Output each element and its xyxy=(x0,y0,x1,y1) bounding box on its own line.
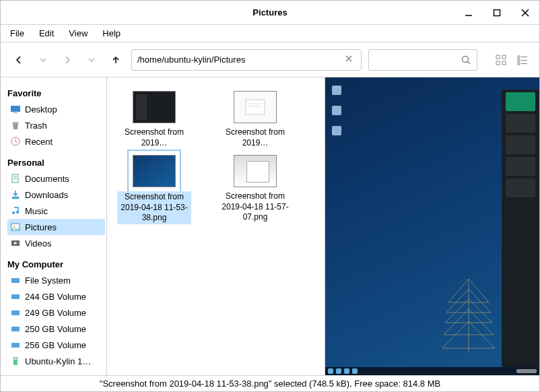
preview-side-panel xyxy=(502,90,539,367)
sidebar-item-label: Music xyxy=(25,206,48,216)
search-input[interactable] xyxy=(368,49,477,71)
file-label: Screenshot from 2019-04-18 11-53-38.png xyxy=(117,191,191,224)
toolbar xyxy=(1,42,539,77)
sidebar-item-music[interactable]: Music xyxy=(7,203,105,219)
svg-rect-14 xyxy=(518,59,520,61)
svg-point-6 xyxy=(463,56,469,62)
sidebar-item-trash[interactable]: Trash xyxy=(7,117,105,133)
svg-rect-37 xyxy=(14,358,17,360)
svg-rect-32 xyxy=(11,294,20,299)
drive-icon xyxy=(10,339,21,350)
status-bar: "Screenshot from 2019-04-18 11-53-38.png… xyxy=(1,375,539,391)
sidebar-item-label: Trash xyxy=(25,121,47,131)
drive-icon xyxy=(10,323,21,334)
sidebar-item-label: Ubuntu-Kylin 1… xyxy=(25,356,91,366)
svg-rect-19 xyxy=(13,112,18,113)
status-text: "Screenshot from 2019-04-18 11-53-38.png… xyxy=(100,379,440,389)
svg-rect-33 xyxy=(11,311,20,315)
sidebar-item-label: Documents xyxy=(25,174,69,184)
window-title: Pictures xyxy=(1,7,539,18)
file-tile[interactable]: Screenshot from 2019-04-18 11-53-38.png xyxy=(114,155,195,224)
menu-view[interactable]: View xyxy=(62,26,94,41)
videos-icon xyxy=(10,238,21,249)
sidebar-item-ubuntu-kylin[interactable]: Ubuntu-Kylin 1… xyxy=(7,353,105,369)
up-button[interactable] xyxy=(107,51,125,69)
svg-rect-18 xyxy=(11,106,20,112)
svg-rect-9 xyxy=(502,55,506,59)
list-view-button[interactable] xyxy=(515,53,530,67)
music-icon xyxy=(10,205,21,216)
file-thumbnail xyxy=(234,155,277,187)
clear-path-icon[interactable] xyxy=(342,55,356,65)
file-tile[interactable]: Screenshot from 2019… xyxy=(114,91,195,148)
file-tile[interactable]: Screenshot from 2019… xyxy=(215,91,296,148)
svg-rect-11 xyxy=(502,61,506,65)
pictures-icon xyxy=(10,222,21,232)
desktop-icon xyxy=(10,104,21,115)
path-input[interactable] xyxy=(137,55,342,65)
drive-icon xyxy=(10,291,21,302)
titlebar: Pictures xyxy=(1,1,539,25)
usb-icon xyxy=(10,356,21,366)
file-thumbnail xyxy=(133,155,176,187)
sidebar-item-volume-244[interactable]: 244 GB Volume xyxy=(7,288,105,304)
sidebar: Favorite Desktop Trash Recent Personal D… xyxy=(1,77,107,375)
menu-edit[interactable]: Edit xyxy=(32,26,61,41)
sidebar-item-volume-249[interactable]: 249 GB Volume xyxy=(7,304,105,321)
forward-history-button[interactable] xyxy=(83,51,100,69)
svg-rect-16 xyxy=(518,63,520,65)
file-grid[interactable]: Screenshot from 2019… Screenshot from 20… xyxy=(107,77,325,375)
preview-pane xyxy=(325,77,539,375)
sidebar-item-label: Desktop xyxy=(25,104,57,115)
file-label: Screenshot from 2019… xyxy=(218,127,292,148)
sidebar-item-pictures[interactable]: Pictures xyxy=(7,219,105,235)
wallpaper-illustration xyxy=(438,275,499,356)
svg-rect-31 xyxy=(11,278,20,283)
sidebar-item-documents[interactable]: Documents xyxy=(7,170,105,187)
svg-point-29 xyxy=(13,226,15,228)
forward-button[interactable] xyxy=(59,51,76,69)
downloads-icon xyxy=(10,189,21,200)
sidebar-item-desktop[interactable]: Desktop xyxy=(7,101,105,117)
menu-help[interactable]: Help xyxy=(96,26,127,41)
svg-rect-25 xyxy=(12,197,19,199)
sidebar-item-downloads[interactable]: Downloads xyxy=(7,187,105,203)
drive-icon xyxy=(10,275,21,286)
sidebar-item-label: 249 GB Volume xyxy=(25,308,86,318)
sidebar-item-label: 244 GB Volume xyxy=(25,292,86,302)
svg-rect-20 xyxy=(12,122,19,123)
sidebar-item-volume-256[interactable]: 256 GB Volume xyxy=(7,337,105,353)
sidebar-item-label: Pictures xyxy=(25,222,57,232)
svg-rect-8 xyxy=(496,55,500,59)
sidebar-heading-favorite: Favorite xyxy=(7,88,105,98)
menu-file[interactable]: File xyxy=(3,26,31,41)
svg-rect-12 xyxy=(518,56,520,58)
svg-point-26 xyxy=(12,211,15,214)
back-button[interactable] xyxy=(10,51,28,69)
svg-rect-10 xyxy=(496,61,500,65)
sidebar-item-filesystem[interactable]: File System xyxy=(7,272,105,288)
path-input-wrapper xyxy=(131,49,362,71)
sidebar-item-label: Downloads xyxy=(25,190,68,200)
file-label: Screenshot from 2019-04-18 11-57-07.png xyxy=(218,191,292,223)
documents-icon xyxy=(10,173,21,184)
drive-icon xyxy=(10,307,21,318)
sidebar-item-label: 256 GB Volume xyxy=(25,340,86,350)
back-history-button[interactable] xyxy=(34,51,52,69)
sidebar-heading-personal: Personal xyxy=(7,158,105,168)
sidebar-item-recent[interactable]: Recent xyxy=(7,133,105,150)
sidebar-item-label: 250 GB Volume xyxy=(25,324,86,334)
svg-line-7 xyxy=(468,61,471,64)
sidebar-item-label: File System xyxy=(25,275,71,286)
sidebar-item-videos[interactable]: Videos xyxy=(7,235,105,251)
sidebar-heading-computer: My Computer xyxy=(7,259,105,269)
file-tile[interactable]: Screenshot from 2019-04-18 11-57-07.png xyxy=(215,155,296,224)
svg-rect-38 xyxy=(246,100,265,115)
sidebar-item-volume-250[interactable]: 250 GB Volume xyxy=(7,321,105,337)
file-thumbnail xyxy=(234,91,277,123)
icon-view-button[interactable] xyxy=(494,53,508,67)
clock-icon xyxy=(10,136,21,147)
sidebar-item-label: Recent xyxy=(25,137,53,147)
svg-rect-34 xyxy=(11,327,20,331)
file-label: Screenshot from 2019… xyxy=(117,127,191,148)
